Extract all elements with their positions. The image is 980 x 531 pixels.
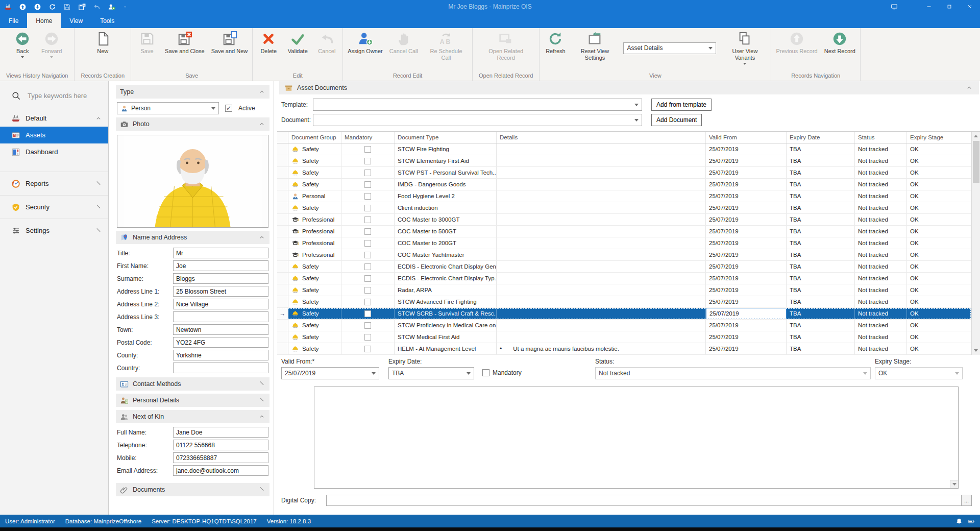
section-header-type[interactable]: Type [116, 85, 270, 99]
document-row[interactable]: SafetySTCW Fire Fighting25/07/2019TBANot… [277, 143, 971, 155]
mobile-input[interactable] [173, 452, 268, 463]
column-header-status[interactable]: Status [855, 132, 907, 143]
qat-dropdown-icon[interactable] [122, 3, 128, 11]
ribbon-button-assign-owner[interactable]: Assign Owner [345, 30, 385, 55]
mandatory-row-checkbox[interactable] [364, 228, 371, 235]
save-icon[interactable] [63, 3, 71, 11]
document-row[interactable]: SafetyRadar, ARPA25/07/2019TBANot tracke… [277, 284, 971, 296]
ribbon-button-validate[interactable]: Validate [284, 30, 311, 55]
mandatory-row-checkbox[interactable] [364, 287, 371, 294]
document-row[interactable]: SafetyECDIS - Electronic Chart Display T… [277, 273, 971, 284]
digital-copy-input[interactable] [326, 495, 962, 506]
mandatory-row-checkbox[interactable] [364, 310, 371, 317]
expiry-date-combo[interactable]: TBA [388, 367, 474, 379]
mandatory-row-checkbox[interactable] [364, 240, 371, 247]
ribbon-button-delete[interactable]: Delete [255, 30, 282, 55]
section-header-contact-methods[interactable]: Contact Methods [116, 377, 270, 391]
save-new-icon[interactable] [78, 3, 86, 11]
column-header-valid-from[interactable]: Valid From [706, 132, 787, 143]
full-name-input[interactable] [173, 427, 268, 438]
valid-from-combo[interactable]: 25/07/2019 [281, 367, 379, 379]
ribbon-button-save-and-close[interactable]: Save and Close [162, 30, 207, 55]
column-header-expiry-date[interactable]: Expiry Date [787, 132, 855, 143]
document-row[interactable]: SafetySTCW PST - Personal Survival Tech.… [277, 167, 971, 179]
display-icon[interactable] [884, 0, 904, 13]
person-add-icon[interactable] [108, 3, 115, 11]
browse-button[interactable]: ... [962, 495, 972, 506]
mandatory-row-checkbox[interactable] [364, 346, 371, 352]
mandatory-row-checkbox[interactable] [364, 205, 371, 211]
ribbon-button-user-view-variants[interactable]: User View Variants [721, 30, 769, 65]
document-row[interactable]: ProfessionalCOC Master to 200GT25/07/201… [277, 237, 971, 249]
scrollbar-thumb[interactable] [973, 141, 979, 183]
mandatory-row-checkbox[interactable] [364, 334, 371, 341]
section-header-name-address[interactable]: Name and Address [116, 231, 270, 244]
user-view-combo[interactable]: Asset Details [623, 42, 716, 54]
first-name-input[interactable] [173, 260, 268, 271]
mandatory-row-checkbox[interactable] [364, 146, 371, 153]
column-header-document-group[interactable]: Document Group [288, 132, 341, 143]
column-header-expiry-stage[interactable]: Expiry Stage [907, 132, 971, 143]
mandatory-row-checkbox[interactable] [364, 181, 371, 188]
sidebar-item-settings[interactable]: Settings [0, 219, 108, 242]
tab-file[interactable]: File [0, 13, 27, 28]
mandatory-row-checkbox[interactable] [364, 275, 371, 282]
column-header-mandatory[interactable]: Mandatory [341, 132, 395, 143]
address-line-3-input[interactable] [173, 311, 268, 322]
mandatory-row-checkbox[interactable] [364, 299, 371, 305]
mandatory-row-checkbox[interactable] [364, 170, 371, 176]
maximize-button[interactable] [939, 0, 960, 13]
notes-scroll-button[interactable] [950, 480, 958, 488]
notes-textarea[interactable] [314, 387, 959, 489]
email-address-input[interactable] [173, 465, 268, 476]
surname-input[interactable] [173, 273, 268, 284]
type-combo[interactable]: Person [117, 102, 219, 114]
template-combo[interactable] [313, 99, 642, 111]
document-row[interactable]: ProfessionalCOC Master to 500GT25/07/201… [277, 226, 971, 237]
document-row[interactable]: →SafetySTCW SCRB - Survival Craft & Resc… [277, 308, 971, 320]
document-row[interactable]: PersonalFood Hygiene Level 225/07/2019TB… [277, 190, 971, 202]
ribbon-button-reset-view-settings[interactable]: Reset View Settings [571, 30, 619, 61]
document-row[interactable]: SafetySTCW Advanced Fire Fighting25/07/2… [277, 296, 971, 308]
document-row[interactable]: SafetyIMDG - Dangerous Goods25/07/2019TB… [277, 179, 971, 190]
close-button[interactable] [960, 0, 980, 13]
column-header-document-type[interactable]: Document Type [395, 132, 497, 143]
document-row[interactable]: SafetyClient induction25/07/2019TBANot t… [277, 202, 971, 214]
document-row[interactable]: SafetyHELM - At Management Level•Ut a ma… [277, 343, 971, 355]
ribbon-button-new[interactable]: New [89, 30, 116, 55]
mandatory-row-checkbox[interactable] [364, 263, 371, 270]
undo-icon[interactable] [93, 3, 101, 11]
bell-icon[interactable] [955, 518, 963, 525]
country-input[interactable] [173, 363, 268, 373]
tab-view[interactable]: View [61, 13, 91, 28]
mandatory-row-checkbox[interactable] [364, 193, 371, 200]
asset-documents-header[interactable]: Asset Documents [279, 81, 979, 94]
mandatory-row-checkbox[interactable] [364, 216, 371, 223]
address-line-2-input[interactable] [173, 299, 268, 309]
section-header-next-of-kin[interactable]: Next of Kin [116, 410, 270, 423]
county-input[interactable] [173, 350, 268, 360]
table-scrollbar[interactable] [971, 132, 980, 355]
sidebar-item-dashboard[interactable]: Dashboard [0, 143, 108, 160]
document-row[interactable]: SafetySTCW Proficiency in Medical Care o… [277, 320, 971, 331]
mandatory-row-checkbox[interactable] [364, 252, 371, 258]
section-header-personal-details[interactable]: Personal Details [116, 394, 270, 407]
active-checkbox[interactable] [225, 105, 232, 112]
document-combo[interactable] [313, 114, 642, 126]
scroll-down-button[interactable] [972, 346, 980, 355]
title-input[interactable] [173, 248, 268, 258]
add-document-button[interactable]: Add Document [651, 114, 702, 126]
postal-code-input[interactable] [173, 337, 268, 348]
ribbon-button-refresh[interactable]: Refresh [542, 30, 569, 55]
sidebar-item-default[interactable]: Default [0, 110, 108, 127]
document-row[interactable]: SafetySTCW Elementary First Aid25/07/201… [277, 155, 971, 167]
tab-tools[interactable]: Tools [91, 13, 123, 28]
mandatory-row-checkbox[interactable] [364, 158, 371, 164]
document-row[interactable]: SafetyECDIS - Electronic Chart Display G… [277, 261, 971, 273]
ribbon-button-back[interactable]: Back [9, 30, 36, 58]
sidebar-item-security[interactable]: Security [0, 195, 108, 219]
sidebar-item-assets[interactable]: Assets [0, 127, 108, 143]
section-header-photo[interactable]: Photo [116, 117, 270, 131]
mandatory-checkbox[interactable] [482, 369, 489, 376]
sidebar-item-reports[interactable]: Reports [0, 172, 108, 195]
